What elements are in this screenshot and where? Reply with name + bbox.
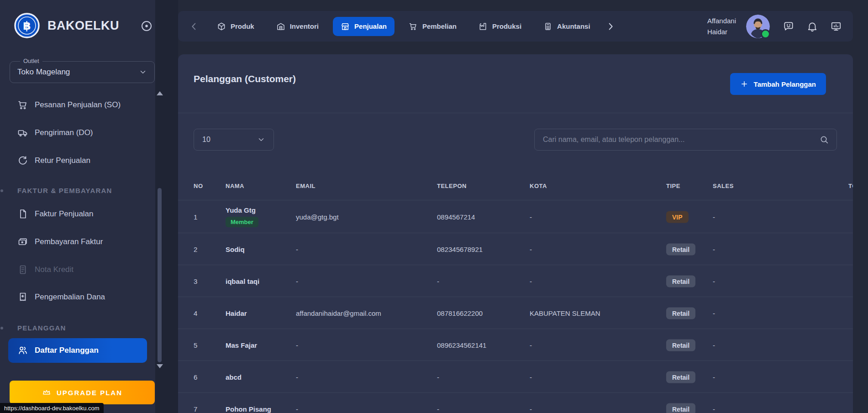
sidebar-item-label: Pengiriman (DO) xyxy=(35,128,93,137)
cell-no: 7 xyxy=(194,405,197,413)
nav-scroll-right-icon[interactable] xyxy=(605,21,615,31)
tab-label: Produk xyxy=(231,22,254,30)
tab-label: Pembelian xyxy=(422,22,457,30)
tab-penjualan[interactable]: Penjualan xyxy=(333,17,395,36)
sidebar-toggle-icon[interactable] xyxy=(140,19,153,33)
user-name: Affandani Haidar xyxy=(707,16,736,37)
sidebar-item-nota-kredit[interactable]: Nota Kredit xyxy=(0,258,155,281)
table-row: 2 Sodiq - 082345678921 - Retail - xyxy=(178,233,853,265)
cell-email: affandanihaidar@gmail.com xyxy=(296,309,381,317)
customer-name: Mas Fajar xyxy=(226,341,257,349)
cell-telepon: - xyxy=(437,373,439,381)
tab-produk[interactable]: Produk xyxy=(209,17,262,36)
col-kota: KOTA xyxy=(530,183,547,189)
refund-icon xyxy=(17,292,28,303)
user-name-last: Haidar xyxy=(707,26,736,37)
bell-icon[interactable] xyxy=(806,21,818,32)
factory-icon xyxy=(479,22,488,31)
chevron-down-icon xyxy=(139,68,147,76)
nav-scroll-left-icon[interactable] xyxy=(189,21,199,31)
cell-telepon: 082345678921 xyxy=(437,245,483,253)
avatar[interactable] xyxy=(746,15,770,38)
customer-search xyxy=(534,129,837,151)
page-title: Pelanggan (Customer) xyxy=(194,73,296,84)
add-customer-button[interactable]: Tambah Pelanggan xyxy=(730,73,826,95)
monitor-icon[interactable] xyxy=(830,21,842,32)
page-size-value: 10 xyxy=(202,136,210,144)
member-badge: Member xyxy=(226,217,258,227)
brand-coin-icon: ฿ xyxy=(14,12,40,39)
cell-email: - xyxy=(296,245,298,253)
scrollbar-thumb[interactable] xyxy=(158,188,162,362)
cell-kota: - xyxy=(530,245,532,253)
online-status-dot xyxy=(761,29,770,39)
search-icon[interactable] xyxy=(819,135,829,145)
box-icon xyxy=(217,22,226,31)
cell-no: 2 xyxy=(194,245,197,253)
search-input[interactable] xyxy=(542,135,819,144)
customer-name: Pohon Pisang xyxy=(226,403,276,413)
sidebar-item-pengiriman[interactable]: Pengiriman (DO) xyxy=(0,121,155,144)
app-window: ฿ BAKOELKU Outlet Toko Magelang Pesanan … xyxy=(0,0,868,413)
tab-label: Penjualan xyxy=(354,22,387,30)
table-row: 4 Haidar affandanihaidar@gmail.com 08781… xyxy=(178,297,853,329)
calculator-icon xyxy=(543,22,552,31)
store-icon xyxy=(341,22,350,31)
col-no: NO xyxy=(194,183,203,189)
cell-kota: - xyxy=(530,405,532,413)
tipe-badge: Retail xyxy=(666,403,695,413)
cell-telepon: 0896234562141 xyxy=(437,341,486,349)
tipe-badge: VIP xyxy=(666,211,689,223)
section-header-pelanggan: PELANGGAN xyxy=(17,324,66,332)
cell-telepon: - xyxy=(437,277,439,285)
svg-text:฿: ฿ xyxy=(23,19,31,32)
plus-icon xyxy=(740,80,748,88)
sidebar-item-label: Nota Kredit xyxy=(35,265,74,274)
customer-name: abcd xyxy=(226,373,242,381)
cell-no: 3 xyxy=(194,277,197,285)
tab-inventori[interactable]: Inventori xyxy=(268,17,326,36)
upgrade-plan-button[interactable]: UPGRADE PLAN xyxy=(10,381,155,404)
cell-telepon: - xyxy=(437,405,439,413)
customers-panel: Pelanggan (Customer) Tambah Pelanggan 10… xyxy=(178,54,853,413)
sidebar-item-label: Pengembalian Dana xyxy=(35,293,105,302)
return-icon xyxy=(17,155,28,166)
chat-icon[interactable] xyxy=(783,21,794,32)
col-tipe: TIPE xyxy=(666,183,680,189)
tab-produksi[interactable]: Produksi xyxy=(471,17,529,36)
cell-email: - xyxy=(296,277,298,285)
cell-sales: - xyxy=(713,245,715,253)
cell-no: 6 xyxy=(194,373,197,381)
section-bullet xyxy=(0,327,3,329)
customer-name: iqbaal taqi xyxy=(226,277,259,285)
sidebar-item-retur-penjualan[interactable]: Retur Penjualan xyxy=(0,149,155,172)
panel-header: Pelanggan (Customer) Tambah Pelanggan xyxy=(178,54,853,113)
sidebar-item-pembayaran-faktur[interactable]: Pembayaran Faktur xyxy=(0,230,155,253)
sidebar-item-daftar-pelanggan[interactable]: Daftar Pelanggan xyxy=(8,338,147,363)
scroll-down-arrow[interactable] xyxy=(157,364,163,368)
outlet-select[interactable]: Outlet Toko Magelang xyxy=(10,61,155,83)
page-size-select[interactable]: 10 xyxy=(194,129,274,151)
tipe-badge: Retail xyxy=(666,243,695,255)
user-name-first: Affandani xyxy=(707,16,736,26)
scroll-up-arrow[interactable] xyxy=(157,91,163,95)
sidebar-item-label: Faktur Penjualan xyxy=(35,209,94,219)
tab-akuntansi[interactable]: Akuntansi xyxy=(536,17,598,36)
users-icon xyxy=(17,345,28,356)
cell-email: - xyxy=(296,373,298,381)
status-url-tooltip: https://dashboard-dev.bakoelku.com xyxy=(0,403,104,413)
table-row: 5 Mas Fajar - 0896234562141 - Retail - xyxy=(178,329,853,361)
tab-label: Inventori xyxy=(290,22,319,30)
cell-telepon: 0894567214 xyxy=(437,213,475,220)
tipe-badge: Retail xyxy=(666,307,695,319)
sidebar-item-pesanan-penjualan[interactable]: Pesanan Penjualan (SO) xyxy=(0,94,155,116)
tipe-badge: Retail xyxy=(666,371,695,383)
tab-pembelian[interactable]: Pembelian xyxy=(401,17,464,36)
crown-icon xyxy=(42,388,51,397)
col-email: EMAIL xyxy=(296,183,316,189)
sidebar-item-faktur-penjualan[interactable]: Faktur Penjualan xyxy=(0,203,155,225)
sidebar-item-pengembalian-dana[interactable]: Pengembalian Dana xyxy=(0,286,155,308)
tab-label: Akuntansi xyxy=(557,22,590,30)
sidebar-item-label: Retur Penjualan xyxy=(35,156,90,165)
cell-sales: - xyxy=(713,373,715,381)
